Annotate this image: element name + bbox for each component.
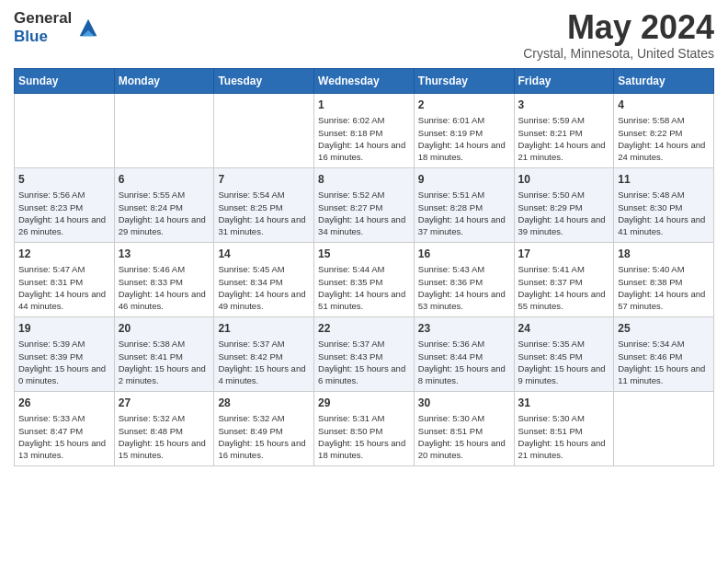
calendar-cell: 20Sunrise: 5:38 AMSunset: 8:41 PMDayligh… — [114, 316, 214, 391]
calendar-cell: 16Sunrise: 5:43 AMSunset: 8:36 PMDayligh… — [414, 242, 514, 316]
logo-icon — [75, 15, 101, 40]
column-header-friday: Friday — [514, 68, 614, 93]
day-number: 20 — [119, 321, 210, 337]
calendar-cell — [614, 391, 714, 465]
day-info: Sunrise: 5:41 AMSunset: 8:37 PMDaylight:… — [518, 263, 610, 312]
calendar-cell: 14Sunrise: 5:45 AMSunset: 8:34 PMDayligh… — [214, 242, 314, 316]
calendar-cell: 9Sunrise: 5:51 AMSunset: 8:28 PMDaylight… — [414, 167, 514, 242]
calendar-table: SundayMondayTuesdayWednesdayThursdayFrid… — [14, 68, 714, 466]
day-number: 21 — [218, 321, 310, 337]
day-number: 23 — [418, 321, 510, 337]
calendar-cell: 25Sunrise: 5:34 AMSunset: 8:46 PMDayligh… — [614, 316, 714, 391]
day-info: Sunrise: 5:46 AMSunset: 8:33 PMDaylight:… — [119, 263, 210, 312]
day-info: Sunrise: 5:58 AMSunset: 8:22 PMDaylight:… — [618, 114, 710, 163]
day-number: 3 — [518, 98, 610, 113]
day-info: Sunrise: 5:38 AMSunset: 8:41 PMDaylight:… — [119, 338, 210, 386]
day-number: 22 — [318, 321, 410, 337]
page-header: General Blue May 2024 Crystal, Minnesota… — [14, 9, 714, 61]
day-number: 6 — [119, 172, 210, 188]
day-info: Sunrise: 5:33 AMSunset: 8:47 PMDaylight:… — [18, 412, 110, 461]
day-number: 29 — [318, 396, 410, 411]
day-info: Sunrise: 5:43 AMSunset: 8:36 PMDaylight:… — [418, 263, 510, 312]
day-info: Sunrise: 5:51 AMSunset: 8:28 PMDaylight:… — [418, 189, 510, 237]
calendar-week-row: 12Sunrise: 5:47 AMSunset: 8:31 PMDayligh… — [15, 242, 714, 316]
day-info: Sunrise: 5:31 AMSunset: 8:50 PMDaylight:… — [318, 412, 410, 461]
calendar-cell: 29Sunrise: 5:31 AMSunset: 8:50 PMDayligh… — [314, 391, 415, 465]
day-number: 9 — [418, 172, 510, 188]
day-number: 4 — [618, 98, 710, 113]
day-number: 11 — [618, 172, 710, 188]
day-info: Sunrise: 5:36 AMSunset: 8:44 PMDaylight:… — [418, 338, 510, 386]
calendar-week-row: 19Sunrise: 5:39 AMSunset: 8:39 PMDayligh… — [15, 316, 714, 391]
title-block: May 2024 Crystal, Minnesota, United Stat… — [523, 9, 714, 61]
day-number: 16 — [418, 247, 510, 262]
column-header-sunday: Sunday — [15, 68, 115, 93]
calendar-cell: 26Sunrise: 5:33 AMSunset: 8:47 PMDayligh… — [15, 391, 115, 465]
day-number: 7 — [218, 172, 310, 188]
day-number: 13 — [119, 247, 210, 262]
logo: General Blue — [14, 9, 101, 46]
location-subtitle: Crystal, Minnesota, United States — [523, 46, 714, 61]
day-number: 26 — [18, 396, 110, 411]
column-header-saturday: Saturday — [614, 68, 714, 93]
calendar-cell: 27Sunrise: 5:32 AMSunset: 8:48 PMDayligh… — [114, 391, 214, 465]
day-info: Sunrise: 5:40 AMSunset: 8:38 PMDaylight:… — [618, 263, 710, 312]
calendar-cell: 21Sunrise: 5:37 AMSunset: 8:42 PMDayligh… — [214, 316, 314, 391]
day-info: Sunrise: 5:32 AMSunset: 8:48 PMDaylight:… — [119, 412, 210, 461]
calendar-week-row: 26Sunrise: 5:33 AMSunset: 8:47 PMDayligh… — [15, 391, 714, 465]
logo-text-block: General Blue — [14, 9, 101, 46]
day-info: Sunrise: 5:35 AMSunset: 8:45 PMDaylight:… — [518, 338, 610, 386]
month-title: May 2024 — [523, 9, 714, 46]
day-info: Sunrise: 5:30 AMSunset: 8:51 PMDaylight:… — [518, 412, 610, 461]
calendar-cell: 6Sunrise: 5:55 AMSunset: 8:24 PMDaylight… — [114, 167, 214, 242]
day-info: Sunrise: 5:47 AMSunset: 8:31 PMDaylight:… — [18, 263, 110, 312]
calendar-cell: 12Sunrise: 5:47 AMSunset: 8:31 PMDayligh… — [15, 242, 115, 316]
calendar-body: 1Sunrise: 6:02 AMSunset: 8:18 PMDaylight… — [15, 93, 714, 465]
calendar-cell — [214, 93, 314, 167]
day-number: 17 — [518, 247, 610, 262]
calendar-week-row: 5Sunrise: 5:56 AMSunset: 8:23 PMDaylight… — [15, 167, 714, 242]
day-info: Sunrise: 5:32 AMSunset: 8:49 PMDaylight:… — [218, 412, 310, 461]
column-header-monday: Monday — [114, 68, 214, 93]
day-number: 2 — [418, 98, 510, 113]
day-number: 14 — [218, 247, 310, 262]
day-info: Sunrise: 5:44 AMSunset: 8:35 PMDaylight:… — [318, 263, 410, 312]
calendar-cell: 31Sunrise: 5:30 AMSunset: 8:51 PMDayligh… — [514, 391, 614, 465]
day-number: 8 — [318, 172, 410, 188]
calendar-cell — [114, 93, 214, 167]
day-number: 12 — [18, 247, 110, 262]
day-number: 15 — [318, 247, 410, 262]
day-number: 19 — [18, 321, 110, 337]
day-info: Sunrise: 5:48 AMSunset: 8:30 PMDaylight:… — [618, 189, 710, 237]
day-number: 30 — [418, 396, 510, 411]
day-number: 28 — [218, 396, 310, 411]
day-info: Sunrise: 5:52 AMSunset: 8:27 PMDaylight:… — [318, 189, 410, 237]
day-info: Sunrise: 5:39 AMSunset: 8:39 PMDaylight:… — [18, 338, 110, 386]
day-info: Sunrise: 5:45 AMSunset: 8:34 PMDaylight:… — [218, 263, 310, 312]
day-info: Sunrise: 6:02 AMSunset: 8:18 PMDaylight:… — [318, 114, 410, 163]
day-number: 31 — [518, 396, 610, 411]
calendar-cell: 7Sunrise: 5:54 AMSunset: 8:25 PMDaylight… — [214, 167, 314, 242]
calendar-cell: 5Sunrise: 5:56 AMSunset: 8:23 PMDaylight… — [15, 167, 115, 242]
calendar-header-row: SundayMondayTuesdayWednesdayThursdayFrid… — [15, 68, 714, 93]
day-info: Sunrise: 5:30 AMSunset: 8:51 PMDaylight:… — [418, 412, 510, 461]
calendar-cell: 1Sunrise: 6:02 AMSunset: 8:18 PMDaylight… — [314, 93, 415, 167]
day-info: Sunrise: 6:01 AMSunset: 8:19 PMDaylight:… — [418, 114, 510, 163]
day-info: Sunrise: 5:37 AMSunset: 8:43 PMDaylight:… — [318, 338, 410, 386]
calendar-cell: 10Sunrise: 5:50 AMSunset: 8:29 PMDayligh… — [514, 167, 614, 242]
day-info: Sunrise: 5:37 AMSunset: 8:42 PMDaylight:… — [218, 338, 310, 386]
day-number: 18 — [618, 247, 710, 262]
day-number: 25 — [618, 321, 710, 337]
column-header-wednesday: Wednesday — [314, 68, 415, 93]
day-info: Sunrise: 5:34 AMSunset: 8:46 PMDaylight:… — [618, 338, 710, 386]
calendar-cell: 30Sunrise: 5:30 AMSunset: 8:51 PMDayligh… — [414, 391, 514, 465]
calendar-cell: 23Sunrise: 5:36 AMSunset: 8:44 PMDayligh… — [414, 316, 514, 391]
day-number: 24 — [518, 321, 610, 337]
day-number: 10 — [518, 172, 610, 188]
calendar-cell: 8Sunrise: 5:52 AMSunset: 8:27 PMDaylight… — [314, 167, 415, 242]
column-header-thursday: Thursday — [414, 68, 514, 93]
logo-blue: Blue — [14, 28, 72, 46]
calendar-week-row: 1Sunrise: 6:02 AMSunset: 8:18 PMDaylight… — [15, 93, 714, 167]
calendar-cell: 24Sunrise: 5:35 AMSunset: 8:45 PMDayligh… — [514, 316, 614, 391]
calendar-cell: 15Sunrise: 5:44 AMSunset: 8:35 PMDayligh… — [314, 242, 415, 316]
